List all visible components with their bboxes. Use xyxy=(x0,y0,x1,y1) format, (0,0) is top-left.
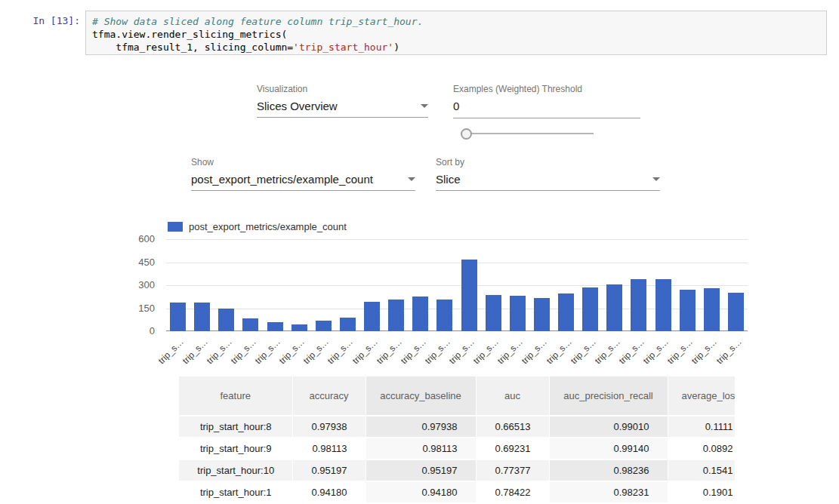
x-tick-label: trip_s… xyxy=(593,337,622,366)
cell-auc: 0.78422 xyxy=(476,481,549,503)
bar-7[interactable] xyxy=(340,318,356,331)
chevron-down-icon xyxy=(652,177,660,181)
bar-9[interactable] xyxy=(388,300,404,331)
threshold-label: Examples (Weighted) Threshold xyxy=(453,84,640,94)
chevron-down-icon xyxy=(421,104,428,108)
x-tick-label: trip_s… xyxy=(423,337,452,366)
cell-accuracy-baseline: 0.97938 xyxy=(366,416,476,438)
y-tick-label: 0 xyxy=(121,326,155,337)
slider-thumb[interactable] xyxy=(461,128,472,140)
threshold-slider[interactable] xyxy=(461,128,594,139)
table-row[interactable]: trip_start_hour:9 0.98113 0.98113 0.6923… xyxy=(179,438,735,459)
bar-1[interactable] xyxy=(194,303,210,331)
col-header-feature[interactable]: feature xyxy=(179,376,292,416)
bar-19[interactable] xyxy=(631,279,646,331)
bar-18[interactable] xyxy=(606,284,622,331)
table-row[interactable]: trip_start_hour:8 0.97938 0.97938 0.6651… xyxy=(179,416,735,438)
code-close-paren: ) xyxy=(393,41,399,53)
cell-auc-precision-recall: 0.99140 xyxy=(549,438,668,459)
sort-by-label: Sort by xyxy=(436,157,660,167)
chart-x-axis-labels: trip_s…trip_s…trip_s…trip_s…trip_s…trip_… xyxy=(166,331,748,366)
threshold-control: Examples (Weighted) Threshold xyxy=(453,84,640,118)
y-axis-labels: 0150300450600 xyxy=(121,239,155,331)
x-tick-label: trip_s… xyxy=(447,337,477,366)
bar-23[interactable] xyxy=(728,293,744,331)
cell-feature: trip_start_hour:10 xyxy=(179,459,292,481)
col-header-auc[interactable]: auc xyxy=(476,376,549,416)
x-tick-label: trip_s… xyxy=(325,337,355,366)
table-header-row: feature accuracy accuracy_baseline auc a… xyxy=(179,376,735,416)
code-comment: # Show data sliced along feature column … xyxy=(92,16,423,27)
x-tick-label: trip_s… xyxy=(156,337,185,366)
x-tick-label: trip_s… xyxy=(374,337,403,366)
cell-average-loss: 0.1541 xyxy=(668,459,735,481)
code-editor[interactable]: # Show data sliced along feature column … xyxy=(86,11,826,57)
cell-accuracy-baseline: 0.95197 xyxy=(366,459,476,481)
cell-accuracy-baseline: 0.94180 xyxy=(366,481,476,503)
sort-by-control: Sort by Slice xyxy=(436,157,660,191)
legend-label: post_export_metrics/example_count xyxy=(189,221,347,232)
legend-color-swatch xyxy=(168,222,183,232)
y-tick-label: 450 xyxy=(121,257,155,268)
visualization-select[interactable]: Slices Overview xyxy=(257,100,428,118)
x-tick-label: trip_s… xyxy=(301,337,331,366)
bar-6[interactable] xyxy=(316,321,332,331)
bar-2[interactable] xyxy=(218,309,234,331)
bar-3[interactable] xyxy=(242,318,258,331)
cell-auc: 0.69231 xyxy=(476,438,549,459)
table-row[interactable]: trip_start_hour:10 0.95197 0.95197 0.773… xyxy=(179,459,735,481)
bar-13[interactable] xyxy=(486,295,501,331)
bar-8[interactable] xyxy=(364,302,380,331)
cell-auc-precision-recall: 0.98231 xyxy=(549,481,668,503)
bar-14[interactable] xyxy=(510,296,526,331)
chevron-down-icon xyxy=(408,177,415,181)
col-header-accuracy-baseline[interactable]: accuracy_baseline xyxy=(366,376,476,416)
chart-legend: post_export_metrics/example_count xyxy=(168,221,347,232)
y-tick-label: 150 xyxy=(121,303,155,314)
metrics-table: feature accuracy accuracy_baseline auc a… xyxy=(179,376,735,504)
bar-22[interactable] xyxy=(704,288,720,331)
input-prompt: In [13]: xyxy=(0,15,80,26)
x-tick-label: trip_s… xyxy=(568,337,597,366)
x-tick-label: trip_s… xyxy=(520,337,549,366)
bar-20[interactable] xyxy=(655,279,671,331)
notebook-page: In [13]: # Show data sliced along featur… xyxy=(0,0,839,504)
col-header-accuracy[interactable]: accuracy xyxy=(292,376,366,416)
x-tick-label: trip_s… xyxy=(205,337,234,366)
col-header-auc-precision-recall[interactable]: auc_precision_recall xyxy=(549,376,668,416)
bar-4[interactable] xyxy=(267,322,283,331)
show-metric-select[interactable]: post_export_metrics/example_count xyxy=(191,173,415,191)
col-header-average-loss[interactable]: average_loss xyxy=(668,376,735,416)
cell-auc: 0.77377 xyxy=(476,459,549,481)
bar-5[interactable] xyxy=(291,324,307,331)
code-line3: tfma_result_1, slicing_column= xyxy=(92,41,293,53)
y-tick-label: 300 xyxy=(121,280,155,290)
slider-track[interactable] xyxy=(461,133,594,134)
code-cell[interactable]: # Show data sliced along feature column … xyxy=(85,11,827,55)
bar-16[interactable] xyxy=(558,293,574,331)
cell-feature: trip_start_hour:9 xyxy=(179,438,292,459)
x-tick-label: trip_s… xyxy=(229,337,258,366)
x-tick-label: trip_s… xyxy=(277,337,307,366)
sort-by-select[interactable]: Slice xyxy=(436,173,660,191)
cell-accuracy: 0.98113 xyxy=(292,438,366,459)
x-tick-label: trip_s… xyxy=(495,337,525,366)
bar-0[interactable] xyxy=(170,303,186,331)
sort-by-value: Slice xyxy=(436,173,461,186)
table-row[interactable]: trip_start_hour:1 0.94180 0.94180 0.7842… xyxy=(179,481,735,503)
bar-chart: 0150300450600 trip_s…trip_s…trip_s…trip_… xyxy=(121,239,755,367)
show-label: Show xyxy=(191,157,415,167)
x-tick-label: trip_s… xyxy=(641,337,671,366)
bar-17[interactable] xyxy=(582,287,598,331)
bar-11[interactable] xyxy=(436,300,452,331)
x-tick-label: trip_s… xyxy=(350,337,379,366)
bar-10[interactable] xyxy=(412,297,428,331)
cell-accuracy: 0.94180 xyxy=(292,481,366,503)
cell-average-loss: 0.0892 xyxy=(668,438,735,459)
cell-accuracy: 0.95197 xyxy=(292,459,366,481)
bar-21[interactable] xyxy=(680,290,696,331)
threshold-input[interactable] xyxy=(453,100,640,118)
bar-15[interactable] xyxy=(534,298,550,331)
bar-12[interactable] xyxy=(461,260,477,331)
chart-plot-area xyxy=(166,239,748,331)
